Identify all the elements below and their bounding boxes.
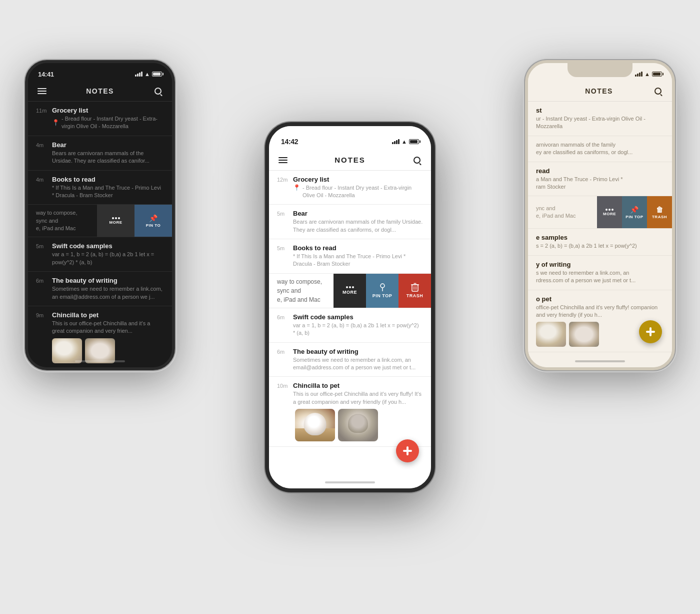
note-item-grocery-left[interactable]: 11m Grocery list 📍 - Bread flour - Insta… bbox=[28, 102, 172, 136]
battery-icon-left bbox=[152, 72, 162, 77]
svg-point-2 bbox=[380, 284, 384, 288]
signal-icon-center bbox=[392, 139, 400, 144]
note-item-books-right[interactable]: read a Man and The Truce - Primo Levi *r… bbox=[528, 162, 672, 197]
home-indicator-center bbox=[325, 481, 375, 483]
phone-left-screen: 14:41 ▲ NOTES bbox=[28, 63, 172, 367]
signal-icon-left bbox=[135, 72, 142, 77]
search-icon-right[interactable] bbox=[652, 85, 664, 97]
svg-rect-4 bbox=[412, 285, 418, 291]
pin-icon-center: 📍 bbox=[293, 184, 300, 191]
notes-list-left: 11m Grocery list 📍 - Bread flour - Insta… bbox=[28, 102, 172, 367]
svg-rect-1 bbox=[646, 331, 655, 333]
status-bar-center: 14:42 ▲ bbox=[269, 126, 431, 152]
note-item-beauty-right[interactable]: y of writing s we need to remember a lin… bbox=[528, 256, 672, 290]
action-more-center[interactable]: MORE bbox=[334, 274, 366, 308]
chinchilla-thumb2-right bbox=[569, 322, 599, 347]
note-item-bear-left[interactable]: 4m Bear Bears are carnivoran mammals of … bbox=[28, 136, 172, 171]
note-item-chinchilla-left[interactable]: 9m Chincilla to pet This is our office-p… bbox=[28, 306, 172, 367]
wifi-icon-right: ▲ bbox=[644, 71, 650, 77]
note-item-bear-right[interactable]: arnivoran mammals of the familyey are cl… bbox=[528, 136, 672, 162]
action-more-left[interactable]: MORE bbox=[97, 205, 134, 237]
note-item-swift-right[interactable]: e samples s = 2 (a, b) = (b,a) a 2b 1 le… bbox=[528, 229, 672, 255]
action-more-right[interactable]: MORE bbox=[597, 196, 622, 228]
notch-left bbox=[68, 63, 132, 77]
note-item-beauty-left[interactable]: 6m The beauty of writing Sometimes we ne… bbox=[28, 272, 172, 306]
chinchilla-thumb2-left bbox=[85, 338, 115, 363]
search-icon-left[interactable] bbox=[152, 85, 164, 97]
app-header-right: NOTES bbox=[528, 83, 672, 102]
note-item-grocery-center[interactable]: 12m Grocery list 📍 - Bread flour - Insta… bbox=[269, 171, 431, 205]
time-center: 14:42 bbox=[281, 138, 298, 146]
note-item-swift-center[interactable]: 6m Swift code samples var a = 1, b = 2 (… bbox=[269, 308, 431, 343]
time-left: 14:41 bbox=[38, 71, 54, 78]
swipe-note-left: way to compose, sync ande, iPad and Mac … bbox=[28, 205, 172, 237]
notch-right bbox=[568, 63, 632, 77]
note-item-chinchilla-center[interactable]: 10m Chincilla to pet This is our office-… bbox=[269, 377, 431, 447]
note-item-books-center[interactable]: 5m Books to read * If This Is a Man and … bbox=[269, 239, 431, 274]
action-pin-center[interactable]: PIN TOP bbox=[366, 274, 398, 308]
wifi-icon-left: ▲ bbox=[144, 71, 150, 77]
wifi-icon-center: ▲ bbox=[402, 139, 407, 145]
app-title-center: NOTES bbox=[289, 156, 411, 164]
note-item-swift-left[interactable]: 5m Swift code samples var a = 1, b = 2 (… bbox=[28, 237, 172, 272]
app-title-right: NOTES bbox=[546, 87, 652, 95]
fab-center[interactable] bbox=[396, 439, 419, 462]
phone-right-screen: ▲ NOTES st ur - Instant Dry yeast - Extr… bbox=[528, 63, 672, 367]
menu-icon-left[interactable] bbox=[36, 85, 48, 97]
swipe-note-center: way to compose, sync and e, iPad and Mac bbox=[269, 274, 431, 308]
status-icons-left: ▲ bbox=[135, 71, 162, 77]
chinchilla-thumb1-left bbox=[52, 338, 82, 363]
svg-rect-10 bbox=[403, 450, 412, 452]
note-item-bear-center[interactable]: 5m Bear Bears are carnivoran mammals of … bbox=[269, 205, 431, 239]
phone-right: ▲ NOTES st ur - Instant Dry yeast - Extr… bbox=[525, 60, 675, 370]
home-indicator-left bbox=[75, 360, 125, 362]
menu-icon-center[interactable] bbox=[277, 154, 289, 166]
app-header-left: NOTES bbox=[28, 83, 172, 102]
action-trash-right[interactable]: 🗑 TRASH bbox=[647, 196, 672, 228]
note-item-books-left[interactable]: 4m Books to read * If This Is a Man and … bbox=[28, 171, 172, 205]
note-item-grocery-right[interactable]: st ur - Instant Dry yeast - Extra-virgin… bbox=[528, 102, 672, 136]
chinchilla-thumb1-right bbox=[536, 322, 566, 347]
battery-icon-right bbox=[652, 72, 662, 77]
phone-left: 14:41 ▲ NOTES bbox=[25, 60, 175, 370]
action-trash-center[interactable]: TRASH bbox=[398, 274, 431, 308]
note-item-beauty-center[interactable]: 6m The beauty of writing Sometimes we ne… bbox=[269, 343, 431, 377]
chinchilla-thumb2-center bbox=[338, 409, 378, 441]
battery-icon-center bbox=[409, 139, 419, 144]
app-header-center: NOTES bbox=[269, 152, 431, 171]
swipe-note-right: ync ande, iPad and Mac MORE 📌 bbox=[528, 196, 672, 229]
home-indicator-right bbox=[575, 360, 625, 362]
pin-icon-left: 📍 bbox=[52, 119, 60, 126]
search-icon-center[interactable] bbox=[411, 154, 423, 166]
chinchilla-thumb1-center bbox=[295, 409, 335, 441]
status-icons-center: ▲ bbox=[392, 139, 419, 145]
app-title-left: NOTES bbox=[48, 87, 152, 95]
phone-center-screen: 14:42 ▲ NOTES bbox=[269, 126, 431, 488]
status-icons-right: ▲ bbox=[635, 71, 662, 77]
fab-right[interactable] bbox=[639, 320, 662, 343]
signal-icon-right bbox=[635, 72, 642, 77]
action-pin-right[interactable]: 📌 PIN TOP bbox=[622, 196, 647, 228]
phone-center: 14:42 ▲ NOTES bbox=[265, 122, 435, 492]
action-pin-left[interactable]: 📌 PIN TO bbox=[134, 205, 172, 237]
